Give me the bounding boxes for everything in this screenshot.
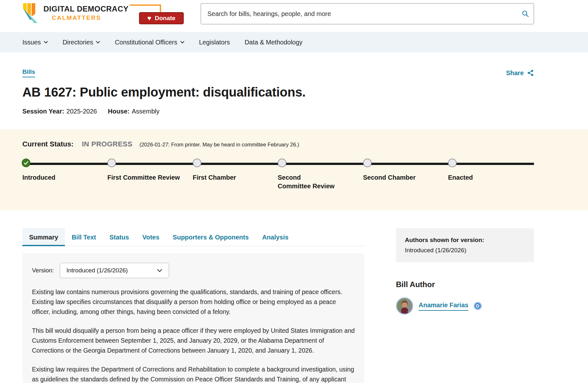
donate-button[interactable]: ♥ Donate (139, 12, 184, 24)
authors-box-title: Authors shown for version: (405, 237, 525, 244)
progress-node-second-committee-review (278, 159, 286, 167)
step-label-first-chamber: First Chamber (193, 173, 260, 182)
nav-label: Legislators (199, 39, 230, 46)
site-header: DIGITAL DEMOCRACY CALMATTERS ♥ Donate (0, 0, 588, 32)
party-badge: D (474, 302, 482, 310)
version-row: Version: Introduced (1/26/2026) (32, 263, 355, 278)
nav-label: Issues (22, 39, 41, 46)
chevron-down-icon (44, 41, 48, 44)
step-label-enacted: Enacted (448, 173, 499, 182)
chevron-down-icon (157, 269, 162, 272)
progress-node-first-committee-review (107, 159, 116, 167)
bill-progress-tracker: Introduced First Committee Review First … (22, 159, 534, 199)
house: House:Assembly (108, 108, 159, 115)
bill-author-heading: Bill Author (396, 280, 534, 289)
check-icon (24, 161, 28, 165)
summary-panel: Version: Introduced (1/26/2026) Existing… (22, 253, 364, 383)
progress-node-second-chamber (363, 159, 372, 167)
chevron-down-icon (180, 41, 184, 44)
search-button[interactable] (517, 4, 534, 24)
tab-bill-text[interactable]: Bill Text (65, 228, 103, 246)
logo-subtitle: CALMATTERS (52, 14, 128, 21)
house-value: Assembly (132, 108, 159, 115)
main-nav: Issues Directories Constitutional Office… (0, 32, 588, 52)
orange-bracket-decoration (130, 4, 161, 13)
progress-node-first-chamber (193, 159, 201, 167)
logo-text: DIGITAL DEMOCRACY CALMATTERS (43, 4, 128, 21)
site-logo[interactable]: DIGITAL DEMOCRACY CALMATTERS (22, 3, 128, 24)
nav-label: Directories (63, 39, 93, 46)
session-year-value: 2025-2026 (66, 108, 97, 115)
bill-tabs: Summary Bill Text Status Votes Supporter… (22, 228, 364, 246)
nav-label: Constitutional Officers (115, 39, 177, 46)
heart-icon: ♥ (147, 15, 151, 21)
summary-paragraph: Existing law contains numerous provision… (32, 287, 355, 317)
nav-item-data-methodology[interactable]: Data & Methodology (244, 39, 302, 46)
logo-title: DIGITAL DEMOCRACY (43, 4, 128, 13)
step-label-second-chamber: Second Chamber (363, 173, 433, 182)
progress-node-enacted (448, 159, 457, 167)
page-title: AB 1627: Public employment: disqualifica… (22, 85, 534, 99)
status-label: Current Status: (22, 140, 74, 148)
share-icon (527, 69, 534, 76)
tab-status[interactable]: Status (103, 228, 135, 246)
status-value: IN PROGRESS (82, 140, 132, 148)
tab-summary[interactable]: Summary (22, 228, 65, 246)
status-row: Current Status: IN PROGRESS (2026-01-27:… (22, 140, 534, 148)
status-note: (2026-01-27: From printer. May be heard … (139, 142, 299, 148)
share-button[interactable]: Share (506, 69, 534, 77)
step-label-second-committee-review: Second Committee Review (278, 173, 335, 191)
search-input[interactable] (201, 10, 517, 18)
summary-paragraph: This bill would disqualify a person from… (32, 326, 355, 356)
california-logo-icon (22, 3, 41, 24)
step-label-first-committee-review: First Committee Review (107, 173, 186, 182)
session-year: Session Year:2025-2026 (22, 108, 97, 115)
version-label: Version: (32, 267, 54, 274)
author-name-link[interactable]: Anamarie Farias (419, 301, 468, 311)
bill-detail-main: Summary Bill Text Status Votes Supporter… (22, 228, 364, 383)
tab-supporters-opponents[interactable]: Supporters & Opponents (166, 228, 256, 246)
nav-item-issues[interactable]: Issues (22, 39, 48, 46)
session-year-label: Session Year: (22, 108, 64, 115)
summary-paragraph: Existing law requires the Department of … (32, 364, 355, 383)
tab-votes[interactable]: Votes (136, 228, 166, 246)
step-label-introduced: Introduced (22, 173, 93, 182)
bill-meta: Session Year:2025-2026 House:Assembly (22, 108, 534, 115)
donate-label: Donate (155, 15, 175, 22)
authors-box-value: Introduced (1/26/2026) (405, 247, 525, 254)
house-label: House: (108, 108, 129, 115)
author-avatar[interactable] (396, 297, 413, 315)
author-row: Anamarie Farias D (396, 297, 534, 315)
authors-version-box: Authors shown for version: Introduced (1… (396, 228, 534, 262)
author-photo (397, 298, 412, 314)
tab-analysis[interactable]: Analysis (255, 228, 295, 246)
search-bar (201, 3, 534, 24)
nav-item-directories[interactable]: Directories (63, 39, 100, 46)
nav-label: Data & Methodology (244, 39, 302, 46)
chevron-down-icon (96, 41, 100, 44)
progress-node-introduced (22, 159, 30, 167)
nav-item-constitutional-officers[interactable]: Constitutional Officers (115, 39, 184, 46)
breadcrumb-bills-link[interactable]: Bills (22, 68, 35, 77)
version-select-value: Introduced (1/26/2026) (66, 267, 128, 274)
search-icon (522, 10, 529, 18)
current-status-section: Current Status: IN PROGRESS (2026-01-27:… (0, 129, 588, 210)
bill-sidebar: Authors shown for version: Introduced (1… (396, 228, 534, 383)
version-select[interactable]: Introduced (1/26/2026) (60, 263, 169, 278)
nav-item-legislators[interactable]: Legislators (199, 39, 230, 46)
breadcrumb-row: Bills Share (22, 68, 534, 77)
share-label: Share (506, 69, 524, 77)
